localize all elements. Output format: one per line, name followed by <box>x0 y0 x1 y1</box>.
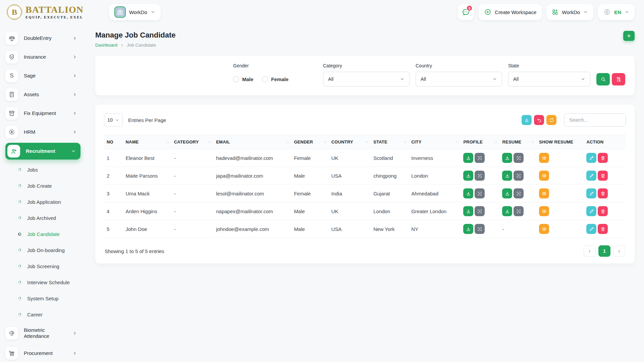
preview-profile-button[interactable] <box>475 188 485 198</box>
chevron-down-icon <box>581 77 585 81</box>
sidebar-subitem-jobs[interactable]: Jobs <box>5 162 84 178</box>
col-category[interactable]: CATEGORY↑↓ <box>171 135 213 149</box>
col-country[interactable]: COUNTRY↑↓ <box>329 135 371 149</box>
messages-button[interactable]: 0 <box>458 4 474 20</box>
sidebar-subitem-job-onboarding[interactable]: Job On-boarding <box>5 242 84 258</box>
cell-country: India <box>329 185 371 202</box>
sidebar-item-procurement[interactable]: Procurement <box>5 344 84 362</box>
col-name[interactable]: NAME↑↓ <box>123 135 171 149</box>
download-resume-button[interactable] <box>502 188 512 198</box>
edit-button[interactable] <box>586 224 596 234</box>
sidebar-item-assets[interactable]: Assets <box>5 85 84 104</box>
download-profile-button[interactable] <box>463 206 473 216</box>
col-no[interactable]: NO <box>104 135 123 149</box>
preview-resume-button[interactable] <box>514 206 524 216</box>
page-1-button[interactable]: 1 <box>598 245 610 257</box>
show-resume-button[interactable] <box>539 224 549 234</box>
col-email[interactable]: EMAIL↑↓ <box>213 135 291 149</box>
workspace-switcher[interactable]: WorkDo <box>109 4 161 20</box>
preview-profile-button[interactable] <box>475 224 485 234</box>
sidebar-subitem-career[interactable]: Career <box>5 306 84 322</box>
sidebar-subitem-job-archived[interactable]: Job Archived <box>5 210 84 226</box>
edit-button[interactable] <box>586 206 596 216</box>
preview-profile-button[interactable] <box>475 153 485 163</box>
cell-country: USA <box>329 220 371 238</box>
preview-profile-button[interactable] <box>475 206 485 216</box>
account-menu-label: WorkDo <box>562 9 580 15</box>
filter-search-button[interactable] <box>596 73 610 85</box>
sidebar-item-doubleentry[interactable]: DoubleEntry <box>5 29 84 48</box>
sidebar-subitem-system-setup[interactable]: System Setup <box>5 290 84 306</box>
sidebar-item-hrm[interactable]: HRM <box>5 123 84 141</box>
state-select[interactable]: All <box>508 72 590 86</box>
gender-female-radio[interactable] <box>262 76 268 82</box>
delete-button[interactable] <box>598 188 608 198</box>
delete-button[interactable] <box>598 206 608 216</box>
account-menu[interactable]: WorkDo <box>546 4 593 20</box>
country-select[interactable]: All <box>416 72 502 86</box>
download-profile-button[interactable] <box>463 224 473 234</box>
delete-button[interactable] <box>598 171 608 181</box>
entries-per-page-select[interactable]: 10 <box>104 113 123 127</box>
download-resume-button[interactable] <box>502 153 512 163</box>
undo-button[interactable] <box>534 115 544 125</box>
download-icon <box>466 173 471 178</box>
refresh-button[interactable] <box>546 115 556 125</box>
sidebar-item-biometric-attendance[interactable]: Biometric Attendance <box>5 322 84 344</box>
sidebar-item-sage[interactable]: S Sage <box>5 66 84 85</box>
preview-profile-button[interactable] <box>475 171 485 181</box>
sidebar-item-fix-equipment[interactable]: Fix Equipment <box>5 104 84 123</box>
export-button[interactable] <box>522 115 532 125</box>
sidebar-subitem-job-candidate[interactable]: Job Candidate <box>5 226 84 242</box>
cell-no: 4 <box>104 202 123 220</box>
gender-male-radio[interactable] <box>233 76 239 82</box>
cell-city: London <box>409 167 461 185</box>
show-resume-button[interactable] <box>539 206 549 216</box>
col-city[interactable]: CITY↑↓ <box>409 135 461 149</box>
sidebar-item-recruitment[interactable]: Recruitment <box>5 143 80 160</box>
category-select[interactable]: All <box>323 72 410 86</box>
preview-resume-button[interactable] <box>514 153 524 163</box>
add-candidate-button[interactable] <box>623 31 635 41</box>
col-state[interactable]: STATE↑↓ <box>371 135 409 149</box>
prev-page-button[interactable]: ‹ <box>584 245 596 257</box>
sidebar-item-insurance[interactable]: Insurance <box>5 48 84 66</box>
focus-icon <box>477 156 482 161</box>
edit-button[interactable] <box>586 188 596 198</box>
edit-button[interactable] <box>586 153 596 163</box>
col-gender[interactable]: GENDER↑↓ <box>291 135 328 149</box>
next-page-button[interactable]: › <box>613 245 625 257</box>
download-profile-button[interactable] <box>463 188 473 198</box>
edit-button[interactable] <box>586 171 596 181</box>
chevron-right-icon <box>72 36 77 41</box>
download-icon <box>505 191 510 196</box>
focus-icon <box>477 227 482 232</box>
bullet-icon <box>17 184 22 188</box>
col-profile[interactable]: PROFILE↑↓ <box>461 135 499 149</box>
download-profile-button[interactable] <box>463 153 473 163</box>
show-resume-button[interactable] <box>539 153 549 163</box>
delete-button[interactable] <box>598 153 608 163</box>
download-icon <box>505 209 510 214</box>
filter-reset-button[interactable] <box>612 73 625 85</box>
table-search-input[interactable] <box>564 113 626 127</box>
delete-button[interactable] <box>598 224 608 234</box>
breadcrumb-dashboard-link[interactable]: Dashboard <box>95 43 117 48</box>
show-resume-button[interactable] <box>539 171 549 181</box>
preview-resume-button[interactable] <box>514 188 524 198</box>
sort-icon: ↑↓ <box>323 140 326 144</box>
sidebar-subitem-interview-schedule[interactable]: Interview Schedule <box>5 274 84 290</box>
sidebar-subitem-job-application[interactable]: Job Application <box>5 194 84 210</box>
download-profile-button[interactable] <box>463 171 473 181</box>
sidebar-subitem-job-screening[interactable]: Job Screening <box>5 258 84 274</box>
sidebar-subitem-job-create[interactable]: Job Create <box>5 178 84 194</box>
download-resume-button[interactable] <box>502 171 512 181</box>
col-resume[interactable]: RESUME↑↓ <box>499 135 536 149</box>
show-resume-button[interactable] <box>539 188 549 198</box>
chevron-down-icon <box>115 118 119 122</box>
create-workspace-button[interactable]: Create Workspace <box>479 4 542 20</box>
cell-email: japa@mailinator.com <box>213 167 291 185</box>
language-menu[interactable]: EN <box>598 4 635 20</box>
download-resume-button[interactable] <box>502 206 512 216</box>
preview-resume-button[interactable] <box>514 171 524 181</box>
